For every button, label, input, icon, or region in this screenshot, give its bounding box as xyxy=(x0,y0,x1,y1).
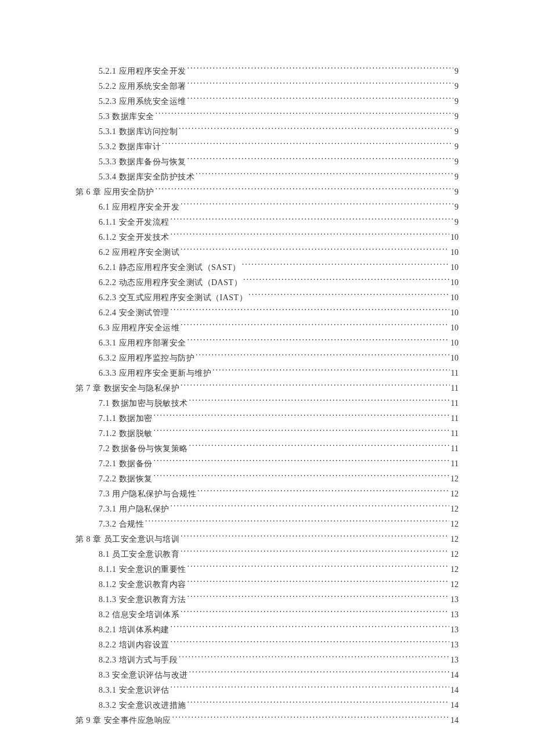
toc-entry-label: 7.2.1 数据备份 xyxy=(99,456,153,471)
toc-leader-dots xyxy=(171,624,450,632)
toc-entry-label: 8.3 安全意识评估与改进 xyxy=(99,668,188,683)
toc-entry-label: 6.2.3 交互式应用程序安全测试（IAST） xyxy=(99,290,247,305)
toc-entry-page: 11 xyxy=(451,381,459,396)
toc-entry[interactable]: 6.1.2 安全开发技术10 xyxy=(99,230,459,245)
toc-leader-dots xyxy=(156,186,454,195)
toc-entry-label: 第 6 章 应用安全防护 xyxy=(75,185,154,200)
toc-entry-page: 12 xyxy=(450,471,459,487)
toc-entry-label: 8.2.1 培训体系构建 xyxy=(99,622,169,638)
toc-entry-label: 5.3 数据库安全 xyxy=(99,109,154,124)
toc-entry-label: 7.1.2 数据脱敏 xyxy=(99,426,153,441)
toc-entry[interactable]: 6.3.2 应用程序监控与防护10 xyxy=(99,351,459,366)
toc-leader-dots xyxy=(196,352,449,361)
toc-entry-page: 14 xyxy=(450,713,459,728)
toc-leader-dots xyxy=(187,700,450,708)
toc-entry-label: 8.2.3 培训方式与手段 xyxy=(99,653,178,668)
toc-entry-page: 11 xyxy=(451,411,459,426)
toc-entry[interactable]: 7.3.1 用户隐私保护12 xyxy=(99,502,459,517)
toc-entry[interactable]: 8.3 安全意识评估与改进14 xyxy=(99,668,459,683)
toc-leader-dots xyxy=(162,141,453,149)
toc-entry[interactable]: 8.1 员工安全意识教育12 xyxy=(99,547,459,562)
toc-entry-label: 7.3 用户隐私保护与合规性 xyxy=(99,487,196,502)
toc-entry-label: 5.3.4 数据库安全防护技术 xyxy=(99,170,194,185)
toc-entry-label: 6.2.2 动态应用程序安全测试（DAST） xyxy=(99,275,242,290)
toc-entry-page: 9 xyxy=(454,200,459,215)
toc-entry[interactable]: 5.3.2 数据库审计9 xyxy=(99,139,459,154)
toc-entry[interactable]: 7.3.2 合规性 12 xyxy=(99,517,459,532)
toc-entry-label: 5.3.3 数据库备份与恢复 xyxy=(99,154,186,170)
toc-entry[interactable]: 第 8 章 员工安全意识与培训12 xyxy=(75,532,459,547)
toc-entry-label: 8.1.3 安全意识教育方法 xyxy=(99,592,186,607)
toc-entry-label: 5.3.1 数据库访问控制 xyxy=(99,124,178,139)
toc-leader-dots xyxy=(187,579,450,587)
toc-entry[interactable]: 8.2.2 培训内容设置13 xyxy=(99,638,459,653)
toc-entry[interactable]: 5.3.1 数据库访问控制9 xyxy=(99,124,459,139)
toc-entry-label: 6.3.1 应用程序部署安全 xyxy=(99,336,186,351)
toc-entry[interactable]: 6.2.3 交互式应用程序安全测试（IAST）10 xyxy=(99,290,459,305)
toc-entry[interactable]: 7.3 用户隐私保护与合规性12 xyxy=(99,487,459,502)
toc-entry[interactable]: 7.1 数据加密与脱敏技术11 xyxy=(99,396,459,411)
toc-entry-label: 7.1 数据加密与脱敏技术 xyxy=(99,396,188,411)
toc-leader-dots xyxy=(187,564,450,572)
toc-entry[interactable]: 7.1.1 数据加密 11 xyxy=(99,411,459,426)
toc-entry-page: 9 xyxy=(454,154,459,170)
toc-entry-label: 8.3.2 安全意识改进措施 xyxy=(99,698,186,713)
toc-entry-label: 5.3.2 数据库审计 xyxy=(99,139,161,154)
toc-leader-dots xyxy=(197,488,449,496)
toc-leader-dots xyxy=(171,685,450,693)
toc-entry[interactable]: 6.1 应用程序安全开发9 xyxy=(99,200,459,215)
toc-entry[interactable]: 6.1.1 安全开发流程9 xyxy=(99,215,459,230)
toc-entry[interactable]: 7.1.2 数据脱敏 11 xyxy=(99,426,459,441)
toc-entry[interactable]: 6.3.1 应用程序部署安全10 xyxy=(99,336,459,351)
toc-entry-page: 11 xyxy=(451,366,459,381)
toc-entry[interactable]: 8.1.1 安全意识的重要性12 xyxy=(99,562,459,577)
toc-leader-dots xyxy=(187,594,450,602)
toc-entry-label: 第 7 章 数据安全与隐私保护 xyxy=(75,381,179,396)
toc-entry-label: 6.1.2 安全开发技术 xyxy=(99,230,169,245)
toc-leader-dots xyxy=(156,111,454,119)
toc-entry-label: 7.2 数据备份与恢复策略 xyxy=(99,441,188,456)
toc-entry-page: 11 xyxy=(451,441,459,456)
toc-entry-label: 8.2 信息安全培训体系 xyxy=(99,607,179,622)
toc-leader-dots xyxy=(248,292,449,300)
toc-entry[interactable]: 8.2.3 培训方式与手段13 xyxy=(99,653,459,668)
toc-entry[interactable]: 5.3 数据库安全9 xyxy=(99,109,459,124)
toc-entry[interactable]: 8.3.2 安全意识改进措施14 xyxy=(99,698,459,713)
toc-entry[interactable]: 5.2.1 应用程序安全开发9 xyxy=(99,64,459,79)
toc-entry[interactable]: 6.3 应用程序安全运维10 xyxy=(99,321,459,336)
toc-leader-dots xyxy=(243,277,449,285)
toc-entry[interactable]: 5.3.3 数据库备份与恢复9 xyxy=(99,154,459,170)
toc-entry[interactable]: 6.2.1 静态应用程序安全测试（SAST）10 xyxy=(99,260,459,275)
toc-entry-page: 13 xyxy=(450,592,459,607)
toc-leader-dots xyxy=(181,534,449,542)
toc-leader-dots xyxy=(187,337,450,345)
toc-entry[interactable]: 5.2.3 应用系统安全运维9 xyxy=(99,94,459,109)
toc-entry[interactable]: 6.2 应用程序安全测试10 xyxy=(99,245,459,260)
toc-entry[interactable]: 7.2.1 数据备份 11 xyxy=(99,456,459,471)
toc-entry[interactable]: 第 6 章 应用安全防护9 xyxy=(75,185,459,200)
toc-leader-dots xyxy=(171,307,450,315)
toc-entry[interactable]: 8.1.2 安全意识教育内容12 xyxy=(99,577,459,592)
toc-leader-dots xyxy=(154,428,450,436)
toc-leader-dots xyxy=(154,458,450,466)
toc-entry[interactable]: 第 7 章 数据安全与隐私保护11 xyxy=(75,381,459,396)
toc-entry[interactable]: 8.2.1 培训体系构建13 xyxy=(99,622,459,638)
table-of-contents: 5.2.1 应用程序安全开发95.2.2 应用系统安全部署95.2.3 应用系统… xyxy=(75,64,459,728)
toc-entry[interactable]: 5.3.4 数据库安全防护技术9 xyxy=(99,170,459,185)
toc-entry[interactable]: 8.2 信息安全培训体系13 xyxy=(99,607,459,622)
toc-entry[interactable]: 8.3.1 安全意识评估14 xyxy=(99,683,459,698)
toc-entry[interactable]: 6.3.3 应用程序安全更新与维护11 xyxy=(99,366,459,381)
toc-leader-dots xyxy=(242,262,449,270)
toc-entry[interactable]: 6.2.2 动态应用程序安全测试（DAST）10 xyxy=(99,275,459,290)
toc-entry[interactable]: 5.2.2 应用系统安全部署9 xyxy=(99,79,459,94)
toc-entry-page: 11 xyxy=(451,426,459,441)
toc-entry[interactable]: 7.2 数据备份与恢复策略11 xyxy=(99,441,459,456)
toc-entry[interactable]: 6.2.4 安全测试管理10 xyxy=(99,305,459,321)
toc-entry-page: 9 xyxy=(454,185,459,200)
toc-leader-dots xyxy=(171,639,450,647)
toc-entry[interactable]: 7.2.2 数据恢复 12 xyxy=(99,471,459,487)
toc-entry[interactable]: 8.1.3 安全意识教育方法13 xyxy=(99,592,459,607)
toc-entry-label: 6.3.2 应用程序监控与防护 xyxy=(99,351,194,366)
toc-entry[interactable]: 第 9 章 安全事件应急响应14 xyxy=(75,713,459,728)
toc-entry-label: 5.2.2 应用系统安全部署 xyxy=(99,79,186,94)
